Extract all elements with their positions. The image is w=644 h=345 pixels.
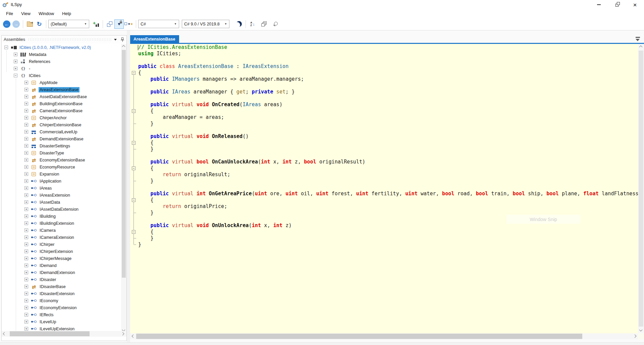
tree-item-buildingextensionbase[interactable]: +⇄BuildingExtensionBase (2, 100, 121, 107)
expand-icon[interactable]: + (14, 67, 17, 70)
expand-icon[interactable]: + (24, 200, 28, 204)
language-dropdown[interactable]: C# ▼ (138, 20, 179, 28)
tree-item-ichirper[interactable]: +IChirper (2, 241, 121, 248)
expand-icon[interactable]: + (24, 186, 28, 190)
search-button[interactable] (271, 19, 281, 29)
scroll-left-icon[interactable] (132, 335, 135, 338)
expand-icon[interactable]: + (24, 228, 28, 232)
tab-areasextensionbase[interactable]: AreasExtensionBase (130, 35, 179, 44)
menu-item-window[interactable]: Window (35, 10, 57, 17)
scroll-right-icon[interactable] (633, 335, 637, 338)
close-button[interactable]: × (627, 0, 643, 9)
expand-icon[interactable]: + (24, 151, 28, 155)
expand-icon[interactable]: + (14, 53, 17, 56)
tree-item-ieconomy[interactable]: +IEconomy (2, 297, 121, 304)
expand-icon[interactable]: + (24, 235, 28, 239)
expand-icon[interactable]: + (24, 179, 28, 183)
scroll-right-icon[interactable] (121, 332, 124, 336)
expand-icon[interactable]: + (24, 81, 28, 84)
fold-collapse-icon[interactable]: − (132, 71, 136, 75)
expand-icon[interactable]: + (24, 306, 28, 309)
tree-item-idisasterextension[interactable]: +IDisasterExtension (2, 290, 121, 297)
tree-item-cameraextensionbase[interactable]: +⇄CameraExtensionBase (2, 107, 121, 114)
tree-item-ichirperextension[interactable]: +IChirperExtension (2, 248, 121, 255)
tree-item-expansion[interactable]: +Expansion (2, 170, 121, 178)
open-file-button[interactable]: ➜ (25, 19, 35, 29)
tree-item-icities[interactable]: −{}ICities (2, 72, 121, 79)
minimize-button[interactable] (591, 0, 606, 9)
tree-item-economyresource[interactable]: +EconomyResource (2, 163, 121, 170)
expand-icon[interactable]: + (24, 313, 28, 317)
assembly-list-dropdown[interactable]: (Default) ▼ (48, 20, 89, 28)
tree-item-ilevelup[interactable]: +ILevelUp (2, 318, 121, 325)
tree-item-ibuildingextension[interactable]: +IBuildingExtension (2, 220, 121, 227)
tree-item-ichirpermessage[interactable]: +IChirperMessage (2, 255, 121, 262)
tree-item-iareasextension[interactable]: +IAreasExtension (2, 192, 121, 199)
expand-icon[interactable]: + (24, 88, 28, 91)
expand-icon[interactable]: + (24, 102, 28, 106)
expand-icon[interactable]: + (24, 193, 28, 197)
tree-item-[interactable]: +{}- (2, 65, 121, 72)
expand-icon[interactable]: + (24, 95, 28, 98)
chevron-down-icon[interactable] (114, 39, 117, 41)
back-button[interactable]: ← (2, 19, 11, 29)
tree-item-economyextensionbase[interactable]: +⇄EconomyExtensionBase (2, 156, 121, 163)
assembly-tree[interactable]: −ICities (1.0.0.0, .NETFramework, v2.0)+… (2, 44, 121, 333)
tree-item-idemandextension[interactable]: +IDemandExtension (2, 269, 121, 276)
windows-list-button[interactable] (259, 19, 269, 29)
expand-icon[interactable]: + (24, 214, 28, 218)
expand-icon[interactable]: + (24, 144, 28, 148)
tree-item-disastertype[interactable]: +DisasterType (2, 149, 121, 156)
refresh-button[interactable]: ↻ (35, 19, 44, 29)
tree-hscroll-thumb[interactable] (10, 331, 90, 336)
expand-icon[interactable]: + (24, 137, 28, 141)
expand-icon[interactable]: + (24, 130, 28, 134)
tree-item-icities-1-0-0-0-netframework-v2-0[interactable]: −ICities (1.0.0.0, .NETFramework, v2.0) (2, 44, 121, 51)
expand-icon[interactable]: + (24, 271, 28, 274)
tree-horizontal-scrollbar[interactable] (2, 331, 126, 337)
tree-item-appmode[interactable]: +AppMode (2, 79, 121, 86)
manage-assembly-lists-button[interactable]: + (91, 19, 101, 29)
expand-icon[interactable]: + (24, 292, 28, 295)
all-members-button[interactable]: ♥ ★ (124, 19, 134, 29)
menu-item-view[interactable]: View (18, 10, 34, 17)
fold-collapse-icon[interactable]: − (132, 166, 136, 170)
scroll-down-icon[interactable] (639, 328, 643, 332)
expand-icon[interactable]: + (24, 243, 28, 246)
fold-collapse-icon[interactable]: − (132, 230, 136, 234)
expand-icon[interactable]: + (24, 278, 28, 281)
code-hscroll-thumb[interactable] (136, 334, 582, 339)
expand-icon[interactable]: + (24, 109, 28, 113)
tree-item-ibuilding[interactable]: +IBuilding (2, 213, 121, 220)
tree-item-icameraextension[interactable]: +ICameraExtension (2, 234, 121, 241)
fold-collapse-icon[interactable]: − (132, 141, 136, 145)
tree-item-areasextensionbase[interactable]: +⇄AreasExtensionBase (2, 86, 121, 93)
tree-vertical-scrollbar[interactable] (121, 44, 126, 333)
scroll-up-icon[interactable] (639, 46, 643, 49)
tree-item-idisaster[interactable]: +IDisaster (2, 276, 121, 283)
tree-item-iareas[interactable]: +IAreas (2, 185, 121, 192)
tree-item-iassetdata[interactable]: +IAssetData (2, 199, 121, 206)
expand-icon[interactable]: + (24, 285, 28, 288)
collapse-icon[interactable]: − (14, 74, 17, 77)
tree-item-disastersettings[interactable]: +DisasterSettings (2, 142, 121, 149)
tree-item-metadata[interactable]: +Metadata (2, 51, 121, 58)
copy-windows-button[interactable] (105, 19, 114, 29)
code-editor[interactable]: −−−−−− // ICities.AreasExtensionBaseusin… (130, 44, 638, 333)
expand-icon[interactable]: + (24, 264, 28, 267)
expand-icon[interactable]: + (24, 123, 28, 127)
fold-collapse-icon[interactable]: − (132, 198, 136, 202)
expand-icon[interactable]: + (24, 250, 28, 253)
tree-item-demandextensionbase[interactable]: +⇄DemandExtensionBase (2, 135, 121, 142)
expand-icon[interactable]: + (24, 327, 28, 331)
tree-vscroll-thumb[interactable] (122, 50, 126, 278)
tree-item-icamera[interactable]: +ICamera (2, 227, 121, 234)
tab-list-button[interactable] (635, 36, 641, 42)
tree-item-ieffects[interactable]: +IEffects (2, 311, 121, 318)
scroll-up-icon[interactable] (122, 45, 125, 49)
expand-icon[interactable]: + (24, 221, 28, 225)
theme-toggle-button[interactable] (234, 19, 244, 29)
expand-icon[interactable]: + (24, 257, 28, 260)
tree-item-idemand[interactable]: +IDemand (2, 262, 121, 269)
tree-item-ieconomyextension[interactable]: +IEconomyExtension (2, 304, 121, 311)
